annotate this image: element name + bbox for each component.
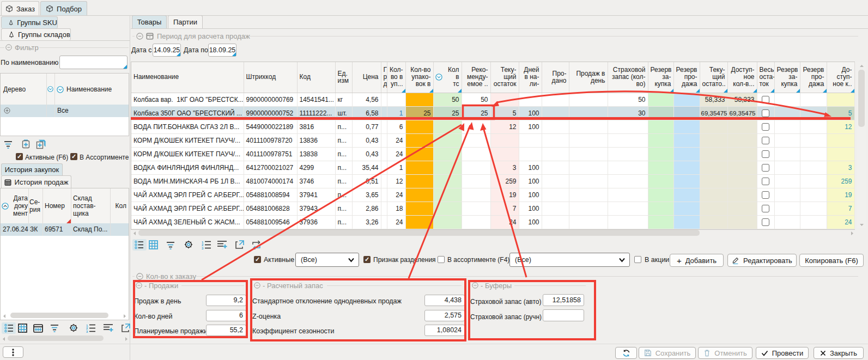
svg-text:3: 3: [86, 330, 88, 333]
svg-text:3: 3: [202, 247, 204, 250]
